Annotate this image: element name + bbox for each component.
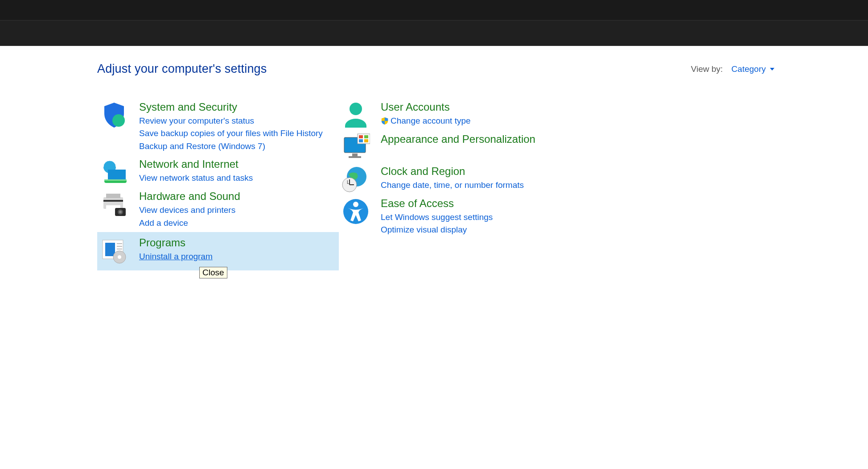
category-title[interactable]: Hardware and Sound: [139, 190, 240, 203]
svg-point-20: [350, 103, 362, 115]
category-link[interactable]: Optimize visual display: [381, 224, 493, 237]
svg-rect-23: [352, 154, 358, 156]
category-body: System and Security Review your computer…: [139, 101, 323, 153]
category-network-internet[interactable]: Network and Internet View network status…: [97, 155, 339, 187]
category-column-left: System and Security Review your computer…: [97, 98, 339, 270]
category-title[interactable]: User Accounts: [381, 101, 471, 114]
category-body: Clock and Region Change date, time, or n…: [381, 165, 524, 192]
category-title[interactable]: Ease of Access: [381, 197, 493, 210]
programs-icon: [100, 237, 133, 263]
category-link[interactable]: Change date, time, or number formats: [381, 179, 524, 192]
category-link-change-account-type[interactable]: Change account type: [381, 115, 471, 128]
categories-grid: System and Security Review your computer…: [97, 98, 774, 270]
category-appearance-personalization[interactable]: Appearance and Personalization: [339, 130, 535, 162]
view-by-label: View by:: [691, 64, 723, 74]
svg-rect-8: [103, 200, 123, 202]
category-clock-region[interactable]: L Clock and Region Change date, time, or…: [339, 162, 535, 195]
svg-rect-4: [104, 179, 127, 181]
category-body: Hardware and Sound View devices and prin…: [139, 190, 240, 229]
category-link[interactable]: View network status and tasks: [139, 172, 253, 185]
svg-point-11: [119, 211, 122, 213]
view-by-dropdown[interactable]: Category: [732, 64, 774, 74]
category-link-uninstall-program[interactable]: Uninstall a program: [139, 250, 213, 263]
page-title: Adjust your computer's settings: [97, 62, 267, 76]
shield-icon: [100, 101, 133, 128]
category-link[interactable]: View devices and printers: [139, 204, 240, 217]
view-by: View by: Category: [691, 64, 774, 74]
printer-camera-icon: [100, 190, 133, 217]
svg-rect-27: [364, 135, 368, 138]
category-body: User Accounts Change account type: [381, 101, 471, 128]
accessibility-icon: [341, 197, 374, 224]
link-text: Change account type: [391, 116, 471, 125]
svg-text:L: L: [347, 180, 350, 185]
chevron-down-icon: [770, 68, 774, 71]
category-title[interactable]: Clock and Region: [381, 165, 524, 178]
category-system-security[interactable]: System and Security Review your computer…: [97, 98, 339, 155]
page-header: Adjust your computer's settings View by:…: [97, 62, 774, 76]
control-panel-page: Adjust your computer's settings View by:…: [0, 46, 868, 270]
category-title[interactable]: Programs: [139, 237, 213, 249]
category-title[interactable]: Appearance and Personalization: [381, 133, 535, 146]
category-body: Network and Internet View network status…: [139, 158, 253, 185]
svg-rect-26: [359, 135, 363, 138]
svg-rect-24: [349, 156, 361, 158]
view-by-value: Category: [732, 64, 766, 74]
category-link[interactable]: Backup and Restore (Windows 7): [139, 140, 323, 153]
category-user-accounts[interactable]: User Accounts Change account type: [339, 98, 535, 130]
svg-rect-13: [105, 243, 115, 256]
category-link[interactable]: Let Windows suggest settings: [381, 211, 493, 224]
user-icon: [341, 101, 374, 128]
svg-rect-28: [359, 139, 363, 142]
category-body: Programs Uninstall a program: [139, 237, 213, 263]
svg-rect-6: [106, 194, 120, 198]
uac-shield-icon: [381, 116, 389, 124]
category-title[interactable]: Network and Internet: [139, 158, 253, 171]
browser-tabbar: [0, 20, 868, 46]
svg-rect-29: [364, 139, 368, 142]
svg-point-0: [112, 114, 125, 127]
category-link[interactable]: Save backup copies of your files with Fi…: [139, 127, 323, 140]
svg-point-19: [118, 255, 121, 259]
clock-globe-icon: L: [341, 165, 374, 192]
category-body: Appearance and Personalization: [381, 133, 535, 160]
category-title[interactable]: System and Security: [139, 101, 323, 114]
category-link[interactable]: Add a device: [139, 217, 240, 230]
category-programs[interactable]: Programs Uninstall a program: [97, 232, 339, 270]
category-column-right: User Accounts Change account type: [339, 98, 535, 270]
category-body: Ease of Access Let Windows suggest setti…: [381, 197, 493, 237]
category-link[interactable]: Review your computer's status: [139, 115, 323, 128]
svg-point-36: [353, 202, 358, 207]
network-icon: [100, 158, 133, 185]
category-hardware-sound[interactable]: Hardware and Sound View devices and prin…: [97, 187, 339, 232]
tooltip-close: Close: [199, 267, 227, 270]
browser-chrome-top: [0, 0, 868, 20]
monitor-personalize-icon: [341, 133, 374, 160]
category-ease-of-access[interactable]: Ease of Access Let Windows suggest setti…: [339, 195, 535, 239]
